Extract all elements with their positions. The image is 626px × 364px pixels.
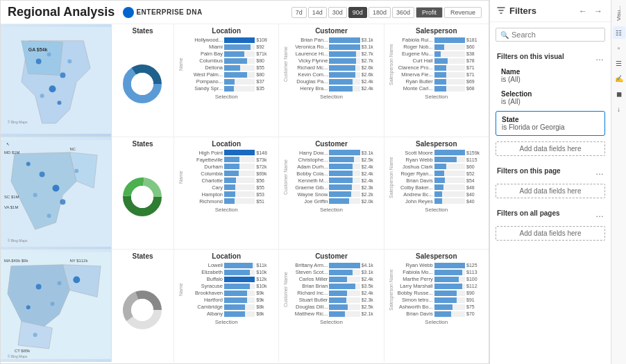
states-title-2: States (115, 140, 171, 148)
bar-row: Adam Durh...$2.4k (289, 164, 380, 170)
customer-panel-2: Customer Customer Name Harry Dow...$3.1k… (279, 137, 384, 250)
filter-selection-value: is (All) (501, 98, 600, 105)
visual-filters-add: Add data fields here (496, 141, 605, 156)
viz-drill-button[interactable]: ↓ (613, 103, 625, 115)
data-columns: States Location Name (112, 24, 489, 362)
location-axis-2: Name (177, 150, 185, 205)
svg-text:NY $112k: NY $112k (69, 259, 87, 263)
bar-row: Roger Ryan...$52 (395, 171, 486, 177)
location-bars-2: High Point$148 Fayetteville$73k Durham$7… (185, 150, 276, 205)
svg-text:SC $1M: SC $1M (4, 195, 19, 199)
customer-panel-3: Customer Customer Name Brittany Arm...$4… (279, 250, 384, 362)
donut-chart-2 (120, 175, 165, 220)
bar-row: Brian Davis$70 (395, 311, 486, 317)
filter-360d[interactable]: 360d (392, 7, 414, 18)
filter-90d[interactable]: 90d (348, 7, 367, 18)
salesperson-bars-3: Ryan Webb$125 Fabiola Mo...$113 Marthe P… (395, 262, 486, 318)
location-title-3: Location (177, 252, 276, 260)
profit-button[interactable]: Profit (416, 7, 443, 18)
map-panel-2[interactable]: ↖ MD $1M NC SC $1M VA $1M © Bing Maps (1, 137, 111, 250)
bar-row: Larry Marshall$112 (395, 283, 486, 289)
filter-name-label: Name (501, 68, 600, 76)
svg-point-25 (36, 284, 42, 290)
time-filter-group: 7d 14d 30d 90d 180d 360d Profit Revenue (291, 7, 482, 18)
filters-forward-button[interactable]: → (593, 6, 604, 16)
all-pages-filters-ellipsis[interactable]: … (595, 209, 604, 219)
filters-header: Filters ← → (490, 0, 611, 22)
bar-row: High Point$148 (185, 150, 276, 156)
viz-name-button[interactable]: ▫ (613, 42, 625, 54)
customer-axis-1: Customer Name (282, 37, 289, 92)
page-filters-ellipsis[interactable]: … (595, 167, 604, 177)
svg-point-2 (60, 72, 65, 78)
bar-row: Columbia$69k (185, 171, 276, 177)
svg-point-1 (49, 85, 56, 92)
all-pages-filters-section: Filters on all pages … Add data fields h… (490, 207, 611, 246)
svg-text:VA $1M: VA $1M (4, 205, 18, 209)
map-svg-1: GA $54k © Bing Maps (1, 24, 111, 137)
bar-row: Andrew Bc...$40 (395, 191, 486, 198)
svg-point-41 (131, 186, 153, 208)
donut-chart-1 (120, 62, 165, 107)
add-visual-fields-button[interactable]: Add data fields here (496, 141, 605, 156)
svg-text:© Bing Maps: © Bing Maps (8, 239, 28, 243)
viz-title: Visu... (616, 3, 622, 24)
page-filters-add: Add data fields here (496, 184, 605, 198)
bar-row: Richard Inc...$2.4k (289, 290, 380, 296)
bar-row: Palm Bay $71k (185, 51, 276, 57)
filter-30d[interactable]: 30d (328, 7, 347, 18)
filter-icon (497, 6, 505, 16)
bar-row: Brookhaven$9k (185, 290, 276, 296)
report-title: Regional Analysis (8, 5, 115, 19)
search-input[interactable] (511, 31, 607, 39)
viz-legend-button[interactable]: ☰ (613, 57, 625, 69)
filter-7d[interactable]: 7d (291, 7, 307, 18)
filters-title: Filters (509, 6, 573, 16)
bar-row: Monte Carl...$68 (395, 85, 486, 92)
filters-back-button[interactable]: ← (577, 6, 589, 16)
filter-name-item: Name is (All) (496, 65, 605, 86)
svg-point-5 (36, 59, 42, 64)
map-panel-3[interactable]: MA $40k $9k NY $112k CT $65k © Bing Maps (1, 250, 111, 362)
bar-row: Bobby Cola...$2.4k (289, 171, 380, 177)
bar-row: Fabiola Mo...$113 (395, 269, 486, 275)
add-page-fields-button[interactable]: Add data fields here (496, 184, 605, 198)
svg-point-15 (47, 214, 51, 218)
viz-values-button[interactable]: ✍ (613, 72, 625, 85)
visual-filters-ellipsis[interactable]: … (595, 53, 604, 62)
logo-text: ENTERPRISE DNA (136, 8, 202, 16)
svg-point-16 (74, 168, 78, 173)
viz-tooltip-button[interactable]: ◼ (613, 87, 625, 100)
revenue-button[interactable]: Revenue (444, 7, 482, 18)
map-svg-2: ↖ MD $1M NC SC $1M VA $1M © Bing Maps (1, 137, 111, 250)
all-pages-filters-label: Filters on all pages … (490, 207, 611, 220)
bar-row: Scott Moore$159k (395, 150, 486, 156)
bar-row: Steven Scot...$3.1k (289, 269, 380, 275)
search-box: 🔍 (496, 28, 605, 42)
svg-text:↖: ↖ (6, 141, 10, 146)
svg-point-26 (51, 302, 55, 306)
salesperson-title-3: Salesperson (387, 252, 486, 260)
filter-state-label: State (502, 116, 599, 123)
filter-state-item: State is Florida or Georgia (496, 111, 605, 136)
bar-row: Roger Nob...$60 (395, 44, 486, 50)
bar-row: Buffalo$12k (185, 276, 276, 282)
salesperson-axis-1: Salesperson Name (387, 37, 395, 92)
customer-axis-2: Customer Name (282, 150, 289, 205)
add-all-pages-fields-button[interactable]: Add data fields here (496, 226, 605, 241)
location-bars-3: Lowell$11k Elizabeth$10k Buffalo$12k Syr… (185, 262, 276, 318)
bar-row: Harry Dow...$3.1k (289, 150, 380, 156)
bar-row: West Palm... $80 (185, 71, 276, 78)
bar-row: Ryan Webb$115 (395, 157, 486, 163)
bar-row: Fayetteville$73k (185, 157, 276, 163)
customer-panel-1: Customer Customer Name Brian Pan...$3.1k… (279, 24, 384, 137)
location-title-1: Location (177, 27, 276, 35)
filter-14d[interactable]: 14d (308, 7, 327, 18)
filter-180d[interactable]: 180d (369, 7, 391, 18)
svg-point-7 (67, 60, 71, 64)
visual-filters-section: Filters on this visual … Name is (All) S… (490, 50, 611, 162)
map-panel-1[interactable]: GA $54k © Bing Maps (1, 24, 111, 137)
states-panel-1: States (112, 24, 174, 137)
donut-container-3 (115, 262, 171, 358)
viz-axis-button[interactable]: ☷ (613, 26, 625, 39)
